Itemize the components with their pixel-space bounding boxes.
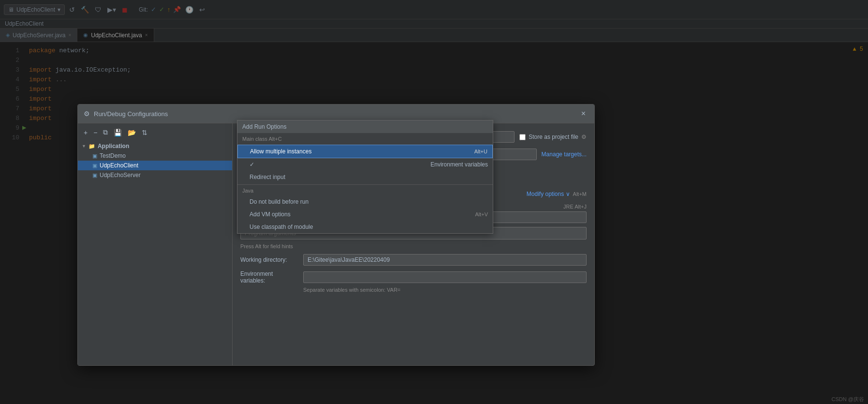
modify-shortcut-hint: Alt+M (573, 191, 587, 197)
settings-icon[interactable]: ⚙ (581, 134, 587, 140)
dropdown-allow-multiple[interactable]: Allow multiple instances Alt+U (237, 145, 493, 158)
add-vm-label: Add VM options (250, 211, 291, 218)
modify-options-text: Modify options ∨ (527, 191, 570, 197)
left-panel: + − ⧉ 💾 📂 ⇅ ▼ 📁 Application ▣ TestDemo ▣… (78, 123, 233, 365)
press-alt-hint: Press Alt for field hints (240, 243, 587, 249)
env-vars-label: Environment variables (430, 161, 488, 168)
add-run-options-label: Add Run Options (242, 123, 286, 130)
dialog-title-text: Run/Debug Configurations (94, 110, 168, 118)
modify-options-button[interactable]: Modify options ∨ (527, 191, 570, 197)
app-icon-udpechoserver: ▣ (92, 172, 97, 179)
store-project-text: Store as project file (529, 134, 578, 140)
dropdown-add-run-header: Add Run Options (237, 120, 493, 133)
dropdown-java-section: Java (237, 186, 493, 195)
add-config-button[interactable]: + (82, 128, 89, 137)
dialog-title-icon: ⚙ (84, 110, 90, 118)
app-icon-udpechoclient: ▣ (92, 163, 97, 169)
envvars-label: Environment variables: (240, 270, 298, 284)
tree-toolbar: + − ⧉ 💾 📂 ⇅ (78, 127, 232, 141)
redirect-input-label: Redirect input (250, 174, 285, 180)
workdir-row: Working directory: (240, 254, 587, 266)
sort-config-button[interactable]: ⇅ (140, 128, 149, 137)
workdir-input[interactable] (303, 254, 587, 266)
tree-item-udpechoclient[interactable]: ▣ UdpEchoClient (78, 161, 232, 170)
dropdown-redirect-input[interactable]: Redirect input (237, 171, 493, 183)
dropdown-no-build[interactable]: Do not build before run (237, 195, 493, 208)
tree-udpechoclient-label: UdpEchoClient (100, 162, 138, 169)
classpath-label: Use classpath of module (250, 224, 313, 230)
dropdown-separator (237, 184, 493, 185)
dropdown-main-class-header: Main class Alt+C (237, 133, 493, 145)
copy-config-button[interactable]: ⧉ (101, 127, 110, 137)
dialog-title-area: ⚙ Run/Debug Configurations (84, 110, 168, 118)
envvars-row: Environment variables: (240, 270, 587, 284)
dialog-close-button[interactable]: × (578, 108, 588, 119)
dropdown-classpath[interactable]: Use classpath of module (237, 221, 493, 233)
tree-item-udpechoserver[interactable]: ▣ UdpEchoServer (78, 170, 232, 180)
modify-options-dropdown: Add Run Options Main class Alt+C Allow m… (237, 120, 493, 234)
dropdown-add-vm[interactable]: Add VM options Alt+V (237, 208, 493, 221)
folder-icon: 📁 (88, 143, 95, 150)
dropdown-env-vars[interactable]: Environment variables (237, 158, 493, 171)
store-project-checkbox[interactable] (519, 134, 526, 140)
allow-multiple-shortcut: Alt+U (474, 149, 487, 154)
add-vm-shortcut: Alt+V (475, 211, 488, 217)
tree-item-application-group[interactable]: ▼ 📁 Application (78, 141, 232, 151)
manage-targets-link[interactable]: Manage targets... (542, 151, 587, 158)
save-config-button[interactable]: 💾 (112, 128, 124, 137)
allow-multiple-label: Allow multiple instances (250, 148, 311, 155)
tree-chevron-icon: ▼ (82, 144, 86, 149)
tree-application-label: Application (98, 143, 129, 150)
store-project-label[interactable]: Store as project file ⚙ (519, 134, 587, 140)
envvars-input[interactable] (303, 271, 587, 283)
sep-hint: Separate variables with semicolon: VAR= (303, 287, 587, 293)
tree-testdemo-label: TestDemo (100, 152, 126, 159)
app-icon-testdemo: ▣ (92, 153, 97, 159)
remove-config-button[interactable]: − (91, 128, 99, 137)
tree-item-testdemo[interactable]: ▣ TestDemo (78, 151, 232, 161)
no-build-label: Do not build before run (250, 198, 309, 205)
jre-hint: JRE Alt+J (563, 204, 587, 209)
workdir-label: Working directory: (240, 256, 298, 263)
tree-udpechoserver-label: UdpEchoServer (100, 172, 141, 179)
folder-config-button[interactable]: 📂 (126, 128, 138, 137)
